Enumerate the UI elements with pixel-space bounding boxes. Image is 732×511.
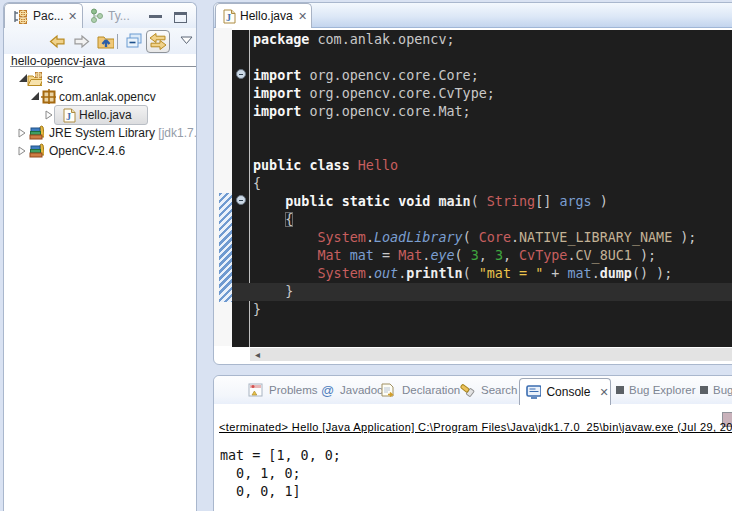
code-token-t: Core [479, 230, 511, 245]
code-token-t: Hello [358, 158, 398, 173]
tab-bug-explorer[interactable]: Bug Explorer [616, 376, 695, 404]
code-token-k: void [398, 194, 430, 209]
tab-bug-label: Bug [713, 384, 732, 396]
tab-search[interactable]: Search [459, 376, 517, 404]
code-token-d: { [285, 212, 293, 227]
tree-item-package[interactable]: com.anlak.opencv [4, 88, 196, 106]
tab-declaration-label: Declaration [402, 384, 460, 396]
code-token-k: import [253, 104, 301, 119]
horizontal-scrollbar[interactable]: ◂ [250, 348, 732, 361]
forward-arrow-icon[interactable] [73, 33, 90, 50]
tab-hello-java[interactable]: J Hello.java ✕ [215, 3, 312, 28]
javadoc-icon: @ [321, 383, 335, 397]
tab-declaration[interactable]: Declaration [381, 376, 460, 404]
collapsed-arrow-icon[interactable] [18, 128, 26, 138]
console-content[interactable]: <terminated> Hello [Java Application] C:… [214, 404, 732, 511]
code-token-d [334, 194, 342, 209]
tree-item-label: com.anlak.opencv [59, 90, 156, 104]
fold-collapse-icon[interactable] [236, 69, 246, 79]
tree-item-jre[interactable]: JRE System Library [jdk1.7.0_25] [4, 124, 196, 142]
code-token-d: () ); [632, 266, 672, 281]
code-token-t: String [487, 194, 535, 209]
view-menu-icon[interactable] [180, 36, 197, 53]
console-icon [526, 385, 541, 399]
code-token-t: System [318, 230, 366, 245]
tab-console[interactable]: Console ✕ [519, 378, 611, 405]
code-token-d: . [592, 266, 600, 281]
collapse-all-icon[interactable] [126, 33, 143, 50]
console-output-line: 0, 0, 1] [220, 484, 301, 499]
tree-item-hello-java[interactable]: J Hello.java [4, 106, 196, 124]
code-token-d: ( [471, 194, 487, 209]
code-token-n: 3 [471, 248, 479, 263]
tab-javadoc-label: Javadoc [340, 384, 383, 396]
tree-item-src[interactable]: src [4, 70, 196, 88]
code-line: { [232, 175, 732, 193]
code-token-d [390, 194, 398, 209]
code-line: System.out.println( "mat = " + mat.dump(… [232, 265, 732, 283]
svg-text:J: J [66, 111, 71, 122]
code-token-sf: NATIVE_LIBRARY_NAME [519, 230, 672, 245]
code-token-k: static [342, 194, 390, 209]
annotation-ruler [214, 28, 232, 346]
code-token-d: org.opencv.core.Mat; [301, 104, 470, 119]
code-token-d: , [479, 248, 495, 263]
collapsed-arrow-icon[interactable] [45, 110, 53, 120]
type-hierarchy-icon [89, 8, 104, 24]
package-explorer-toolbar [4, 28, 196, 54]
code-token-t: Mat [398, 248, 422, 263]
code-token-d: { [253, 176, 261, 191]
toolbar-separator [117, 34, 118, 49]
tab-console-label: Console [546, 385, 590, 399]
code-token-d: ); [672, 230, 696, 245]
code-line: System.LoadLibrary( Core.NATIVE_LIBRARY_… [232, 229, 732, 247]
code-token-v: args [559, 194, 591, 209]
scroll-left-arrow[interactable]: ◂ [250, 348, 265, 361]
code-token-m: println [406, 266, 462, 281]
java-file-icon: J [63, 108, 78, 123]
code-token-d: com.anlak.opencv; [309, 32, 454, 47]
console-output-line: mat = [1, 0, 0; [220, 448, 341, 463]
code-token-k: package [253, 32, 309, 47]
tab-package-explorer[interactable]: Pac... ✕ [4, 3, 83, 28]
tab-bug[interactable]: Bug [700, 376, 732, 404]
code-token-s: "mat = " [479, 266, 544, 281]
minimize-button[interactable] [149, 15, 162, 18]
code-token-sm: out [374, 266, 398, 281]
tab-type-hierarchy-label: Ty... [108, 9, 130, 23]
tab-javadoc[interactable]: @ Javadoc [321, 376, 383, 404]
package-explorer-icon [13, 9, 29, 24]
close-icon[interactable]: ✕ [598, 386, 610, 399]
link-with-editor-button[interactable] [146, 30, 170, 53]
code-token-v: mat [567, 266, 591, 281]
tab-problems[interactable]: Problems [248, 376, 318, 404]
close-icon[interactable]: ✕ [297, 10, 309, 23]
code-line: package com.anlak.opencv; [232, 31, 732, 49]
fold-collapse-icon[interactable] [236, 195, 246, 205]
code-token-d [253, 248, 318, 263]
tree-item-label: JRE System Library [jdk1.7.0_25] [49, 126, 196, 140]
square-bullet-icon [700, 386, 708, 394]
code-token-d [350, 158, 358, 173]
code-token-sf: CV_8UC1 [576, 248, 632, 263]
console-process-title: <terminated> Hello [Java Application] C:… [219, 421, 732, 433]
package-icon [41, 89, 56, 104]
expanded-arrow-icon[interactable] [31, 92, 40, 101]
code-token-d: . [366, 266, 374, 281]
code-area[interactable]: package com.anlak.opencv;import org.open… [232, 30, 732, 347]
code-line: import org.opencv.core.CvType; [232, 85, 732, 103]
code-token-d: } [253, 284, 293, 299]
code-token-d [253, 230, 318, 245]
package-explorer-panel: Pac... ✕ Ty... [3, 2, 197, 511]
maximize-button[interactable] [174, 12, 187, 23]
code-token-k: class [309, 158, 349, 173]
tab-type-hierarchy[interactable]: Ty... [86, 3, 136, 28]
collapsed-arrow-icon[interactable] [18, 146, 26, 156]
code-token-d: = [374, 248, 398, 263]
code-token-d: ( [455, 248, 471, 263]
declaration-icon [381, 383, 397, 398]
tree-item-opencv[interactable]: OpenCV-2.4.6 [4, 142, 196, 160]
back-arrow-icon[interactable] [49, 33, 66, 50]
up-folder-icon[interactable] [97, 33, 114, 50]
close-icon[interactable]: ✕ [67, 10, 79, 23]
